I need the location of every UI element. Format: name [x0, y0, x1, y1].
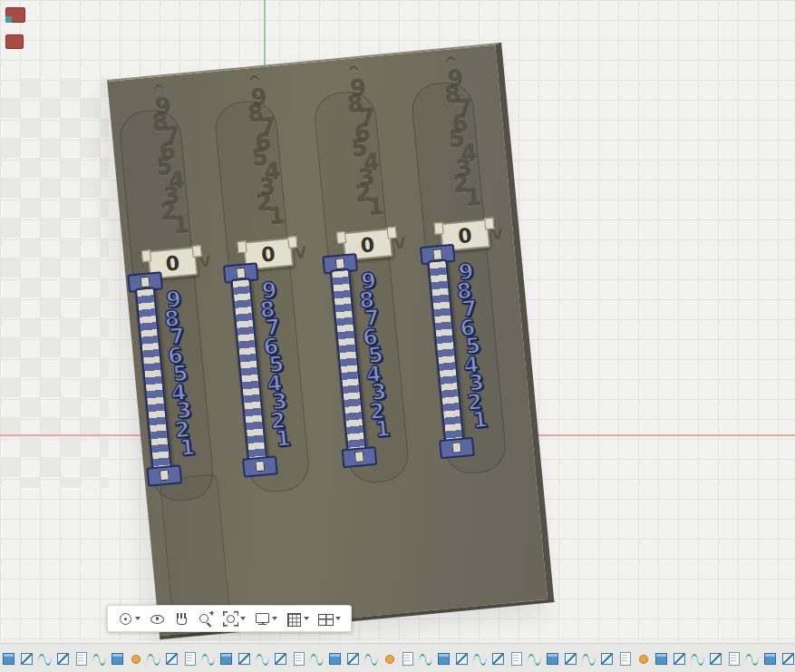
spline-feature-icon[interactable]: [364, 650, 379, 667]
document-feature-icon[interactable]: [727, 650, 742, 667]
spline-feature-icon[interactable]: [473, 650, 488, 667]
sketch-feature-icon[interactable]: [20, 650, 34, 667]
document-feature-icon[interactable]: [74, 650, 89, 667]
sketch-feature-icon[interactable]: [238, 650, 252, 667]
counter-value: 0: [260, 242, 276, 266]
sketch-feature-icon[interactable]: [455, 650, 470, 667]
spline-feature-icon[interactable]: [310, 650, 325, 667]
component-feature-icon[interactable]: [111, 650, 125, 667]
viewports-button[interactable]: [315, 608, 344, 629]
cad-viewport: ^ 987654321 V 0 987654321 ^ 987654321 V: [0, 0, 795, 672]
counter-value: 0: [360, 233, 376, 257]
slider-digit: 7: [169, 326, 186, 346]
fit-button[interactable]: [219, 608, 249, 629]
engraved-scale: 987654321: [243, 89, 292, 227]
slider-digit: 3: [176, 401, 193, 421]
component-feature-icon[interactable]: [763, 650, 778, 667]
engraved-scale: 987654321: [147, 98, 196, 236]
slider-cap-bottom[interactable]: [242, 455, 278, 477]
engraved-digit: 1: [357, 199, 394, 217]
slider-cap-bottom[interactable]: [439, 437, 475, 459]
engraved-scale: 987654321: [342, 80, 391, 218]
slider-digit: 1: [275, 429, 292, 449]
document-feature-icon[interactable]: [401, 650, 415, 667]
spline-feature-icon[interactable]: [201, 650, 216, 667]
display-icon: [255, 611, 270, 627]
sketch-feature-icon[interactable]: [600, 650, 615, 667]
spline-feature-icon[interactable]: [528, 650, 542, 667]
zoom-button[interactable]: [195, 608, 218, 629]
red-marker-icon-1[interactable]: [5, 7, 25, 23]
component-feature-icon[interactable]: [437, 650, 451, 667]
look-at-button[interactable]: [146, 608, 169, 629]
slider-digit: 3: [468, 373, 485, 393]
orange-feature-icon[interactable]: [383, 650, 397, 667]
component-feature-icon[interactable]: [546, 650, 560, 667]
engraved-digit: 1: [162, 217, 199, 235]
timeline-feature-track[interactable]: [0, 643, 795, 672]
sketch-feature-icon[interactable]: [56, 650, 71, 667]
component-feature-icon[interactable]: [654, 650, 669, 667]
slider-digit: 9: [165, 289, 182, 309]
document-feature-icon[interactable]: [509, 650, 524, 667]
counter-value: 0: [457, 223, 473, 247]
sketch-feature-icon[interactable]: [781, 650, 795, 667]
chevron-down-icon: [304, 617, 309, 620]
spline-feature-icon[interactable]: [745, 650, 760, 667]
navigation-toolbar: [107, 605, 352, 632]
spline-feature-icon[interactable]: [256, 650, 270, 667]
orange-feature-icon[interactable]: [129, 650, 143, 667]
sketch-feature-icon[interactable]: [673, 650, 687, 667]
sketch-feature-icon[interactable]: [346, 650, 361, 667]
slider-digit: 7: [461, 299, 479, 319]
slider-digit: 5: [367, 346, 384, 365]
sketch-feature-icon[interactable]: [274, 650, 288, 667]
slider-digit: 9: [261, 280, 278, 300]
spline-feature-icon[interactable]: [582, 650, 596, 667]
chevron-down-icon: [135, 617, 141, 620]
slider-digit: 9: [458, 262, 475, 282]
slider-digit: 7: [364, 308, 381, 328]
component-feature-icon[interactable]: [328, 650, 343, 667]
slider-digit: 3: [371, 383, 388, 403]
slider-digit: 5: [267, 355, 285, 375]
slider-cap-bottom[interactable]: [146, 464, 182, 486]
document-feature-icon[interactable]: [183, 650, 198, 667]
orange-feature-icon[interactable]: [636, 650, 651, 667]
document-feature-icon[interactable]: [292, 650, 306, 667]
engraved-scale: 987654321: [440, 71, 489, 209]
spline-feature-icon[interactable]: [419, 650, 433, 667]
display-button[interactable]: [251, 608, 281, 629]
component-feature-icon[interactable]: [2, 650, 16, 667]
chevron-down-icon: [240, 617, 246, 620]
counter-board-model[interactable]: ^ 987654321 V 0 987654321 ^ 987654321 V: [107, 43, 554, 639]
document-feature-icon[interactable]: [618, 650, 633, 667]
grid-button[interactable]: [283, 608, 313, 629]
timeline-panel: [0, 641, 795, 672]
spline-feature-icon[interactable]: [147, 650, 161, 667]
sketch-feature-icon[interactable]: [165, 650, 179, 667]
component-feature-icon[interactable]: [219, 650, 234, 667]
pan-button[interactable]: [170, 608, 193, 629]
counter-value: 0: [165, 251, 181, 275]
viewports-icon: [318, 611, 334, 627]
red-marker-icon-2[interactable]: [5, 34, 24, 49]
spline-feature-icon[interactable]: [92, 650, 107, 667]
chevron-down-icon: [272, 617, 277, 620]
spline-feature-icon[interactable]: [691, 650, 705, 667]
slider-digit: 1: [179, 438, 197, 458]
slider-cap-bottom[interactable]: [341, 446, 377, 468]
look-at-icon: [150, 611, 165, 627]
orbit-button[interactable]: [114, 608, 144, 629]
pan-icon: [174, 611, 189, 627]
zoom-icon: [199, 611, 214, 627]
y-axis-line: [264, 0, 266, 73]
slider-digit: 7: [265, 317, 282, 337]
grid-icon: [286, 611, 302, 627]
sketch-feature-icon[interactable]: [564, 650, 578, 667]
sketch-feature-icon[interactable]: [709, 650, 723, 667]
slider-digit: 1: [471, 410, 489, 430]
spline-feature-icon[interactable]: [38, 650, 53, 667]
sketch-feature-icon[interactable]: [491, 650, 506, 667]
orbit-icon: [118, 611, 133, 627]
